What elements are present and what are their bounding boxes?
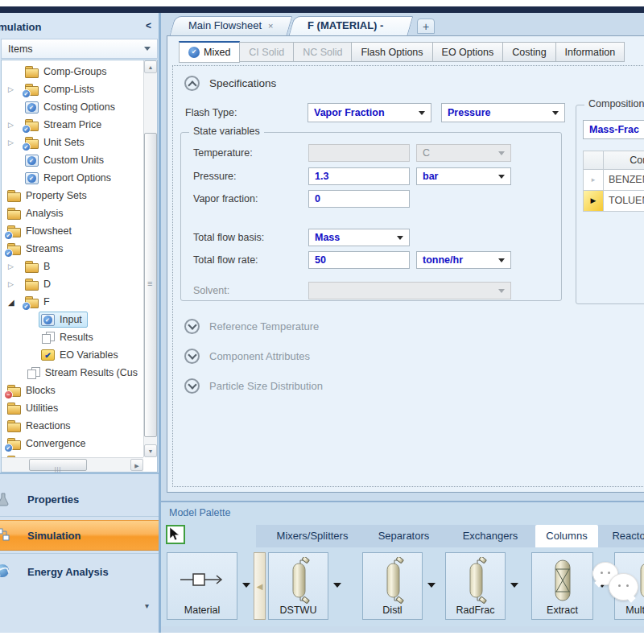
- component-cell[interactable]: TOLUENE: [604, 191, 644, 212]
- dropdown-caret-icon[interactable]: [242, 583, 250, 588]
- composition-row[interactable]: ▸BENZENE: [584, 170, 644, 191]
- palette-tab-reactors[interactable]: Reactors: [606, 525, 644, 547]
- scroll-down-icon[interactable]: ▼: [144, 444, 157, 457]
- select-mode-button[interactable]: [166, 525, 185, 544]
- expand-section-icon[interactable]: [184, 378, 200, 394]
- vertical-scrollbar-thumb[interactable]: ≡: [144, 133, 157, 437]
- tree-item[interactable]: ▷B: [2, 258, 143, 275]
- form-tab-label: CI Solid: [249, 47, 284, 58]
- document-tab-main-flowsheet[interactable]: Main Flowsheet×: [172, 16, 290, 35]
- palette-tab-mixers-splitters[interactable]: Mixers/Splitters: [266, 525, 359, 547]
- divider: [0, 516, 159, 517]
- expander-collapsed-icon[interactable]: ▷: [8, 85, 23, 93]
- pressure-unit-select[interactable]: bar: [416, 167, 511, 185]
- collapse-pane-button[interactable]: <: [146, 20, 151, 31]
- table-corner-cell: [584, 151, 604, 170]
- collapse-section-icon[interactable]: [184, 76, 200, 91]
- check-badge-icon: ✔: [4, 249, 13, 258]
- form-tab-flash-options[interactable]: Flash Options: [352, 42, 432, 62]
- form-tab-costing[interactable]: Costing: [503, 42, 555, 62]
- pressure-input[interactable]: 1.3: [308, 167, 410, 185]
- expander-collapsed-icon[interactable]: ▷: [8, 138, 23, 147]
- items-filter-dropdown[interactable]: Items: [1, 39, 158, 59]
- tree-item[interactable]: Property Sets: [2, 187, 143, 204]
- expand-section-icon[interactable]: [184, 349, 200, 364]
- form-tab-eo-options[interactable]: EO Options: [433, 42, 504, 62]
- total-flow-rate-unit-select[interactable]: tonne/hr: [416, 251, 511, 269]
- collapsed-section-particle-size-distribution[interactable]: Particle Size Distribution: [184, 378, 323, 394]
- chevron-down-icon: [397, 236, 403, 240]
- flash-type-label: Flash Type:: [185, 104, 237, 122]
- scroll-up-icon[interactable]: ▲: [144, 60, 157, 73]
- component-cell[interactable]: BENZENE: [604, 170, 644, 191]
- workspace-energy-analysis[interactable]: Energy Analysis: [0, 557, 159, 586]
- dropdown-caret-icon[interactable]: [427, 583, 436, 588]
- flash-type-select-2[interactable]: Pressure: [441, 103, 565, 122]
- palette-item-material[interactable]: Material: [167, 552, 237, 620]
- tree-item-label: Streams: [26, 242, 64, 255]
- tree-item[interactable]: ✔Flowsheet: [2, 222, 143, 240]
- scroll-right-icon[interactable]: ▶: [130, 459, 143, 471]
- tree-item[interactable]: Stream Results (Cus: [2, 364, 143, 382]
- tree-item-label: F: [43, 295, 50, 308]
- dropdown-caret-icon[interactable]: [510, 583, 518, 588]
- flash-type-select-1[interactable]: Vapor Fraction: [308, 103, 431, 122]
- palette-tab-separators[interactable]: Separators: [366, 525, 441, 547]
- tree-item[interactable]: Reactions: [2, 417, 143, 435]
- tree-item[interactable]: ◢✔F: [2, 293, 143, 311]
- tree-item[interactable]: ✔Input: [2, 311, 143, 328]
- horizontal-scrollbar-thumb[interactable]: |||: [29, 459, 87, 471]
- composition-basis-select[interactable]: Mass-Frac: [583, 120, 644, 139]
- palette-item-radfrac[interactable]: RadFrac: [445, 552, 506, 620]
- tree-vertical-scrollbar[interactable]: ▲ ≡ ▼: [143, 60, 157, 457]
- expander-expanded-icon[interactable]: ◢: [8, 298, 23, 307]
- palette-tab-exchangers[interactable]: Exchangers: [449, 525, 531, 547]
- tree-item-label: Custom Units: [43, 154, 104, 167]
- palette-item-distl[interactable]: Distl: [362, 552, 423, 620]
- tree-item[interactable]: ✔Costing Options: [2, 98, 143, 116]
- tree-item[interactable]: ✔Convergence: [2, 435, 143, 452]
- tree-item[interactable]: Utilities: [2, 399, 143, 417]
- tree-item[interactable]: ✔EO Variables: [2, 346, 143, 364]
- component-column-header[interactable]: Component: [604, 151, 644, 170]
- workspace-simulation[interactable]: Simulation: [0, 520, 159, 551]
- expander-collapsed-icon[interactable]: ▷: [8, 262, 23, 270]
- palette-tab-columns[interactable]: Columns: [535, 525, 598, 547]
- tree-item[interactable]: ✔Custom Units: [2, 151, 143, 169]
- form-tab-mixed[interactable]: ✔Mixed: [179, 41, 240, 63]
- collapsed-section-reference-temperature[interactable]: Reference Temperature: [184, 319, 319, 334]
- collapsed-section-component-attributes[interactable]: Component Attributes: [184, 349, 310, 364]
- tree-item[interactable]: Comp-Groups: [2, 63, 143, 80]
- workspace-properties[interactable]: Properties: [0, 485, 159, 514]
- tree-item[interactable]: ▷✔Unit Sets: [2, 134, 143, 151]
- form-tab-ci-solid[interactable]: CI Solid: [240, 42, 294, 62]
- tree-item[interactable]: Results: [2, 328, 143, 346]
- tree-item[interactable]: ▷✔Stream Price: [2, 116, 143, 134]
- scroll-left-icon[interactable]: ◀: [254, 552, 266, 620]
- tree-item[interactable]: ▷D: [2, 275, 143, 293]
- form-tab-nc-solid[interactable]: NC Solid: [294, 42, 352, 62]
- specifications-section-header[interactable]: Specifications: [184, 76, 276, 91]
- expand-section-icon[interactable]: [184, 319, 200, 334]
- tree-item[interactable]: ▷✔Comp-Lists: [2, 80, 143, 98]
- document-tab-f-material-input[interactable]: F (MATERIAL) - Input×: [291, 16, 411, 35]
- palette-item-dstwu[interactable]: DSTWU: [268, 552, 328, 620]
- form-tab-information[interactable]: Information: [556, 42, 625, 62]
- folder-check-icon: ✔: [25, 137, 39, 149]
- close-tab-icon[interactable]: ×: [265, 21, 281, 31]
- composition-row[interactable]: ▶TOLUENE: [584, 191, 644, 212]
- new-tab-button[interactable]: +: [417, 19, 435, 34]
- tree-item[interactable]: ✔Report Options: [2, 169, 143, 187]
- more-options-icon[interactable]: ▾: [145, 601, 149, 610]
- tree-item[interactable]: –Blocks: [2, 382, 143, 399]
- tree-item[interactable]: Analysis: [2, 204, 143, 222]
- total-flow-rate-input[interactable]: 50: [308, 251, 410, 269]
- expander-collapsed-icon[interactable]: ▷: [8, 280, 23, 288]
- dropdown-caret-icon[interactable]: [333, 583, 341, 588]
- tree-horizontal-scrollbar[interactable]: ||| ▶: [2, 457, 143, 472]
- tree-item[interactable]: ✔Streams: [2, 240, 143, 258]
- vapor-fraction-input[interactable]: 0: [308, 190, 410, 208]
- total-flow-basis-select[interactable]: Mass: [308, 229, 410, 246]
- palette-item-extract[interactable]: Extract: [531, 552, 593, 620]
- expander-collapsed-icon[interactable]: ▷: [8, 121, 23, 129]
